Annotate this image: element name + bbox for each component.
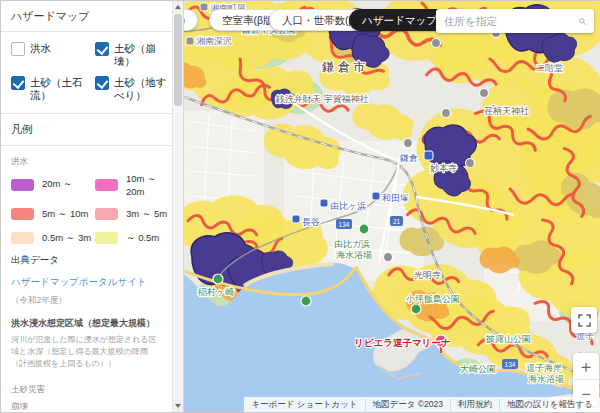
terms-link[interactable]: 利用規約	[451, 399, 500, 411]
label-myohonji: 妙本寺	[430, 163, 457, 173]
checkbox-flood-box[interactable]	[11, 42, 25, 56]
flood-note-title: 洪水浸水想定区域（想定最大規模）	[11, 317, 163, 330]
label-inamuragasaki: 稲村ヶ崎	[198, 287, 234, 297]
svg-text:134: 134	[505, 361, 516, 368]
label-yuigahama-station: 由比ヶ浜	[330, 201, 366, 211]
fullscreen-icon	[578, 314, 591, 327]
scroll-up-icon[interactable]	[173, 1, 183, 13]
label-hase-station: 長谷	[302, 217, 320, 227]
legend-item: ～ 0.5m	[95, 232, 173, 245]
label-zushi-beach-2: 海水浴場	[528, 374, 564, 384]
label-riviera: リビエラ逗子マリーナ	[354, 337, 451, 348]
checkbox-flood-label: 洪水	[30, 42, 51, 55]
fullscreen-button[interactable]	[571, 307, 597, 333]
label-shonan-fukasawa: 湘南深沢	[196, 36, 232, 46]
report-error-link[interactable]: 地図の誤りを報告する	[500, 399, 600, 411]
legend-swatch	[11, 179, 34, 191]
label-kamakura-city: 鎌倉市	[322, 60, 369, 74]
checkbox-landslide-label: 土砂（地すべり）	[114, 76, 173, 102]
label-zeniarai: 銭洗弁財天 宇賀福神社	[275, 94, 369, 104]
flood-legend: 20m ～ 10m ～ 20m 5m ～ 10m 3m ～ 5m 0.5m ～ …	[11, 173, 163, 245]
label-egara: 荏柄天神社	[484, 106, 529, 116]
address-search[interactable]	[436, 9, 594, 33]
label-yuigahama-beach-1: 由比ガ浜	[334, 239, 370, 249]
label-zushi-beach-1: 逗子海岸	[526, 363, 562, 373]
label-nikaido: 二階堂	[536, 63, 563, 73]
legend-swatch	[95, 232, 118, 244]
search-icon[interactable]	[579, 15, 586, 28]
checkbox-landslide-box[interactable]	[95, 76, 109, 90]
hazard-map-app: ハザードマップ 洪水 土砂（崩壊） 土砂（土石流） 土砂（地すべり）	[0, 0, 600, 413]
search-input[interactable]	[444, 15, 579, 27]
flood-source-year: （令和2年度）	[11, 295, 67, 305]
checkbox-collapse-label: 土砂（崩壊）	[114, 42, 173, 68]
scroll-down-icon[interactable]	[173, 400, 183, 412]
route-shield-134: 134	[336, 219, 352, 229]
checkbox-collapse[interactable]: 土砂（崩壊）	[95, 42, 173, 68]
map-attribution: キーボード ショートカット 地図データ ©2023 利用規約 地図の誤りを報告す…	[244, 397, 600, 412]
legend-item: 3m ～ 5m	[95, 208, 173, 221]
legend-swatch	[95, 179, 118, 191]
legend-swatch	[95, 208, 118, 220]
checkbox-debrisflow-box[interactable]	[11, 76, 25, 90]
landslide-legend-label: 土砂災害	[11, 384, 163, 396]
legend-swatch	[11, 208, 34, 220]
route-shield-21: 21	[390, 216, 403, 226]
label-kotsubo-park: 小坪飯島公園	[405, 294, 460, 304]
checkbox-flood[interactable]: 洪水	[11, 42, 93, 68]
layer-checkbox-group: 洪水 土砂（崩壊） 土砂（土石流） 土砂（地すべり）	[1, 32, 173, 114]
sidebar-scrollbar[interactable]	[172, 1, 183, 412]
label-wadazuka-station: 和田塚	[382, 193, 409, 203]
label-yuigahama-beach-2: 海水浴場	[336, 250, 372, 260]
svg-text:134: 134	[339, 221, 350, 228]
label-kamakura-station: 鎌倉	[400, 153, 418, 163]
checkbox-collapse-box[interactable]	[95, 42, 109, 56]
map-graphics: 134 21 134 湘南町屋 湘南深沢 鎌倉中央公園 鎌倉市 二階堂 荏柄天神…	[184, 1, 600, 412]
legend-title: 凡例	[1, 114, 173, 146]
sidebar-title: ハザードマップ	[1, 1, 173, 32]
flood-source-title: 出典データ	[11, 254, 163, 267]
label-komyoji: 光明寺	[414, 270, 441, 280]
legend-item: 0.5m ～ 3m	[11, 232, 95, 245]
flood-legend-label: 洪水	[11, 156, 163, 168]
keyboard-shortcuts-link[interactable]: キーボード ショートカット	[244, 399, 365, 411]
route-shield-134-south: 134	[502, 359, 518, 369]
label-osaki-park: 大崎公園	[460, 364, 496, 374]
sidebar: ハザードマップ 洪水 土砂（崩壊） 土砂（土石流） 土砂（地すべり）	[1, 1, 184, 412]
legend-item: 20m ～	[11, 173, 95, 197]
flood-note-body: 河川が氾濫した際に浸水が想定される区域と水深（想定し得る最大規模の降雨（計画規模…	[11, 334, 163, 370]
svg-text:21: 21	[393, 218, 401, 225]
legend-swatch	[11, 232, 34, 244]
checkbox-debrisflow-label: 土砂（土石流）	[30, 76, 93, 102]
map-data-copyright: 地図データ ©2023	[366, 399, 451, 411]
scrollbar-thumb[interactable]	[174, 14, 182, 106]
checkbox-debrisflow[interactable]: 土砂（土石流）	[11, 76, 93, 102]
flood-source-link[interactable]: ハザードマップポータルサイト	[11, 276, 147, 287]
legend-item: 5m ～ 10m	[11, 208, 95, 221]
label-hiroyama-park: 披露山公園	[485, 334, 531, 344]
checkbox-landslide[interactable]: 土砂（地すべり）	[95, 76, 173, 102]
zoom-in-button[interactable]: ＋	[573, 353, 599, 380]
legend-item: 10m ～ 20m	[95, 173, 173, 197]
map-canvas[interactable]: 134 21 134 湘南町屋 湘南深沢 鎌倉中央公園 鎌倉市 二階堂 荏柄天神…	[184, 1, 600, 412]
landslide-group-collapse: 崩壊 特別警戒区域 警戒区域	[11, 401, 163, 413]
